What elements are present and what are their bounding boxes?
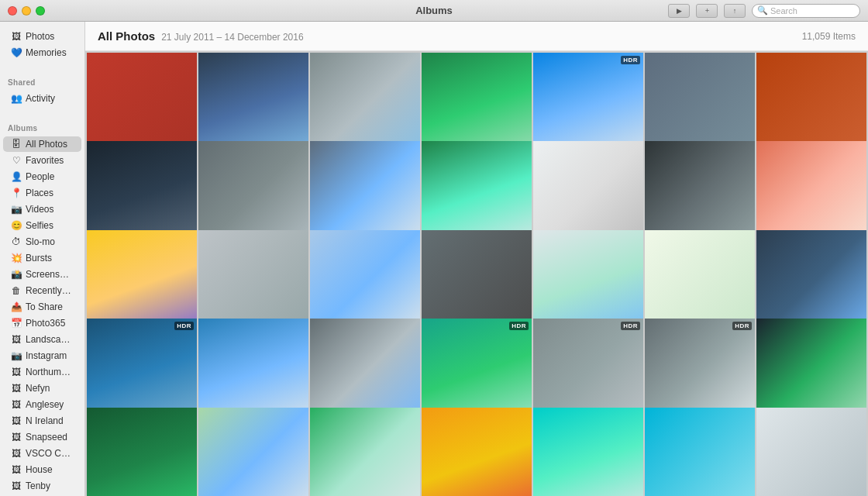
share-button[interactable]: ↑ xyxy=(724,4,746,18)
slo-mo-icon: ⏱ xyxy=(11,236,22,247)
sidebar-item-instagram[interactable]: 📷Instagram xyxy=(3,348,81,363)
content-date: 21 July 2011 – 14 December 2016 xyxy=(161,32,303,43)
app-body: 🖼 Photos 💙 Memories Shared 👥 Activity Al… xyxy=(0,22,868,496)
all-photos-icon: 🗄 xyxy=(11,139,22,150)
photo-grid: HDRHDRHDRHDRHDR xyxy=(85,51,868,496)
sidebar-label: People xyxy=(26,171,54,182)
hdr-badge: HDR xyxy=(732,322,752,330)
maximize-button[interactable] xyxy=(36,6,45,16)
hdr-badge: HDR xyxy=(174,322,194,330)
vscocam-icon: 🖼 xyxy=(11,448,22,459)
nefyn-icon: 🖼 xyxy=(11,383,22,394)
search-placeholder: Search xyxy=(770,6,797,16)
sidebar-label: Photo365 xyxy=(26,318,65,329)
window-title: Albums xyxy=(415,5,453,16)
titlebar: Albums ▶ ＋ ↑ 🔍 Search xyxy=(0,0,868,22)
house-icon: 🖼 xyxy=(11,464,22,475)
minimize-button[interactable] xyxy=(22,6,31,16)
sidebar-item-label: Photos xyxy=(26,31,54,42)
sidebar-label: Snapseed xyxy=(26,432,67,443)
selfies-icon: 😊 xyxy=(11,220,22,231)
hdr-badge: HDR xyxy=(621,56,640,64)
sidebar-label: Favorites xyxy=(26,155,64,166)
sidebar-item-tenby[interactable]: 🖼Tenby xyxy=(3,478,81,494)
videos-icon: 📷 xyxy=(11,204,22,215)
sidebar-item-house[interactable]: 🖼House xyxy=(3,462,81,477)
sidebar-label: Tenby xyxy=(26,480,50,491)
nireland-icon: 🖼 xyxy=(11,415,22,426)
photo365-icon: 📅 xyxy=(11,318,22,329)
sidebar-label: Selfies xyxy=(26,220,53,231)
hdr-badge: HDR xyxy=(509,322,529,330)
sidebar-label: Nefyn xyxy=(26,383,50,394)
content-header-left: All Photos 21 July 2011 – 14 December 20… xyxy=(98,29,304,43)
sidebar-label: Northumbria xyxy=(26,367,74,377)
anglesey-icon: 🖼 xyxy=(11,399,22,410)
sidebar-item-selfies[interactable]: 😊Selfies xyxy=(3,218,81,233)
sidebar-item-nefyn[interactable]: 🖼Nefyn xyxy=(3,381,81,396)
play-button[interactable]: ▶ xyxy=(668,4,690,18)
sidebar-label: All Photos xyxy=(26,139,67,150)
sidebar-item-nireland[interactable]: 🖼N Ireland xyxy=(3,413,81,429)
sidebar-item-photo365[interactable]: 📅Photo365 xyxy=(3,315,81,331)
sidebar-item-all-photos[interactable]: 🗄All Photos xyxy=(3,136,81,152)
hdr-badge: HDR xyxy=(621,322,640,330)
sidebar-label: VSCO Cam xyxy=(26,448,74,459)
content-header: All Photos 21 July 2011 – 14 December 20… xyxy=(85,22,868,51)
photo-cell[interactable] xyxy=(645,408,755,496)
add-button[interactable]: ＋ xyxy=(696,4,718,18)
photo-cell[interactable] xyxy=(198,408,308,496)
photo-cell[interactable] xyxy=(87,408,197,496)
content-area: All Photos 21 July 2011 – 14 December 20… xyxy=(85,22,868,496)
sidebar-label: Landscapes xyxy=(26,334,74,345)
close-button[interactable] xyxy=(8,6,17,16)
search-box[interactable]: 🔍 Search xyxy=(752,4,860,18)
photo-cell[interactable] xyxy=(533,408,643,496)
sidebar-item-bursts[interactable]: 💥Bursts xyxy=(3,250,81,266)
sidebar: 🖼 Photos 💙 Memories Shared 👥 Activity Al… xyxy=(0,22,85,496)
sidebar-label: Places xyxy=(26,188,53,198)
photo-cell[interactable] xyxy=(422,408,532,496)
sidebar-item-places[interactable]: 📍Places xyxy=(3,185,81,201)
sidebar-label: Screenshots xyxy=(26,269,74,280)
memories-icon: 💙 xyxy=(11,47,22,58)
sidebar-label: Anglesey xyxy=(26,399,64,410)
sidebar-item-recently-del[interactable]: 🗑Recently Del… xyxy=(3,283,81,298)
instagram-icon: 📷 xyxy=(11,350,22,361)
sidebar-item-favorites[interactable]: ♡Favorites xyxy=(3,153,81,168)
photo-cell[interactable] xyxy=(310,408,420,496)
sidebar-item-activity[interactable]: 👥 Activity xyxy=(3,91,81,106)
sidebar-item-videos[interactable]: 📷Videos xyxy=(3,202,81,217)
sidebar-item-vscocam[interactable]: 🖼VSCO Cam xyxy=(3,446,81,461)
sidebar-item-snapseed[interactable]: 🖼Snapseed xyxy=(3,429,81,445)
sidebar-label: Videos xyxy=(26,204,53,215)
tenby-icon: 🖼 xyxy=(11,480,22,491)
sidebar-label: Slo-mo xyxy=(26,236,55,247)
shared-header: Shared xyxy=(0,77,84,90)
sidebar-label: Bursts xyxy=(26,253,52,264)
to-share-icon: 📤 xyxy=(11,301,22,312)
content-count: 11,059 Items xyxy=(802,31,856,42)
sidebar-item-anglesey[interactable]: 🖼Anglesey xyxy=(3,397,81,412)
sidebar-item-to-share[interactable]: 📤To Share xyxy=(3,299,81,315)
sidebar-label: Recently Del… xyxy=(26,285,74,296)
sidebar-item-northumbria[interactable]: 🖼Northumbria xyxy=(3,364,81,380)
people-icon: 👤 xyxy=(11,171,22,182)
sidebar-item-photos[interactable]: 🖼 Photos xyxy=(3,29,81,44)
search-icon: 🔍 xyxy=(757,5,768,16)
sidebar-item-landscapes[interactable]: 🖼Landscapes xyxy=(3,332,81,347)
sidebar-item-slo-mo[interactable]: ⏱Slo-mo xyxy=(3,234,81,250)
bursts-icon: 💥 xyxy=(11,253,22,264)
sidebar-item-people[interactable]: 👤People xyxy=(3,169,81,184)
window-controls xyxy=(8,6,45,16)
content-title: All Photos xyxy=(98,29,155,43)
sidebar-item-label: Memories xyxy=(26,47,67,58)
sidebar-label: To Share xyxy=(26,301,63,312)
northumbria-icon: 🖼 xyxy=(11,367,22,377)
snapseed-icon: 🖼 xyxy=(11,432,22,443)
sidebar-item-memories[interactable]: 💙 Memories xyxy=(3,45,81,60)
photo-cell[interactable] xyxy=(756,408,866,496)
favorites-icon: ♡ xyxy=(11,155,22,166)
sidebar-item-label: Activity xyxy=(26,93,55,104)
sidebar-item-screenshots[interactable]: 📸Screenshots xyxy=(3,267,81,282)
